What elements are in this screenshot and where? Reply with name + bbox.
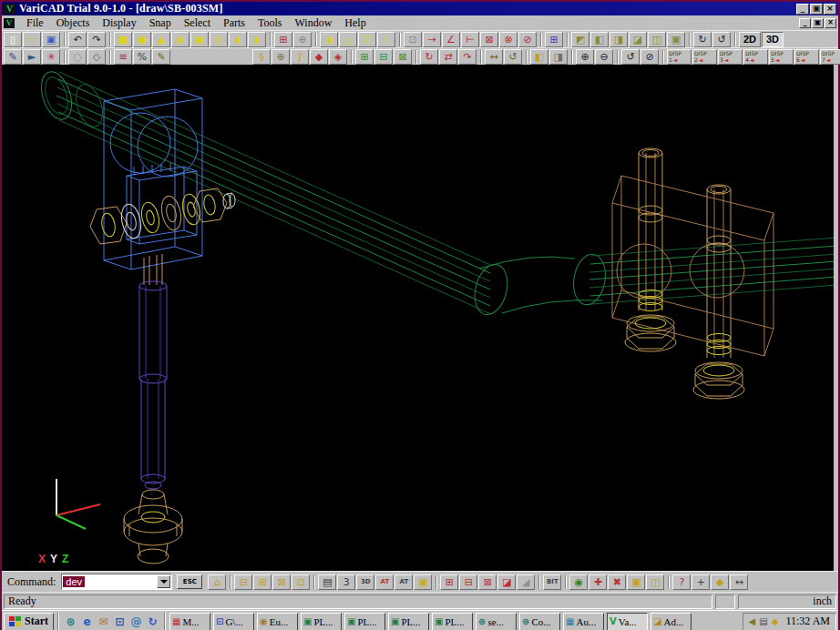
view-back-button[interactable]: ◫ [648,32,666,47]
layer-set-b-button[interactable]: ⊞ [253,574,271,590]
mdi-close-button[interactable]: × [825,18,836,28]
solid-cone-button[interactable]: ▲ [152,32,170,47]
task-button-1[interactable]: ▦ M... [169,613,210,630]
wire-cube-button[interactable]: ◇ [87,49,106,65]
layer-swap-button[interactable]: ◧ [530,49,548,65]
open-folder-button[interactable]: ▱ [23,32,41,47]
plot-3d-button[interactable]: 3D [356,574,374,590]
menu-item[interactable]: File [20,15,50,31]
zoom-window-button[interactable]: ⊘ [640,49,659,65]
mdi-restore-button[interactable]: ▣ [812,18,824,28]
task-button-3[interactable]: ◉ Eu... [257,613,298,630]
thread-spring-button[interactable]: § [252,49,271,65]
pan-view-button[interactable]: ↔ [730,574,748,590]
updates-icon[interactable]: ◆ [772,616,779,626]
speaker-icon[interactable]: ◀ [749,616,756,626]
explorer-icon[interactable]: ⊡ [112,614,128,630]
task-button-6[interactable]: ▣ PL... [388,613,429,630]
view-right-button[interactable]: ◪ [629,32,647,47]
move-objects-button[interactable]: ⊠ [394,49,412,65]
outlook-icon[interactable]: ✉ [96,614,111,630]
task-button-12[interactable]: ◪ Ad... [650,613,691,630]
query-angle-button[interactable]: ∠ [442,32,460,47]
query-volume-button[interactable]: ⊗ [499,32,517,47]
task-button-2[interactable]: ⊡ G\... [213,613,254,630]
esc-button[interactable]: ESC [177,574,202,589]
cut-cone-button[interactable]: △ [339,32,357,47]
assembly-manager-button[interactable]: ⊞ [545,32,563,47]
transform-copy-button[interactable]: ↻ [420,49,438,65]
move-cross-button[interactable]: + [691,574,710,590]
printer-icon[interactable]: ▤ [759,616,767,626]
command-combobox[interactable]: dev [61,574,172,590]
ie-icon[interactable]: e [79,614,95,630]
channels-icon[interactable]: ↻ [145,614,160,630]
tool-red-a-button[interactable]: ✚ [589,574,607,590]
pen-attributes-button[interactable]: ≡ [114,49,132,65]
close-button[interactable]: × [824,4,836,15]
view-axon-button[interactable]: ◩ [571,32,589,47]
screw-bolt-button[interactable]: ʃ [291,49,309,65]
attr-edit-button[interactable]: AT [394,574,413,590]
cut-sphere-button[interactable]: ◑ [320,32,338,47]
view-iso-button[interactable]: ▣ [667,32,685,47]
tool-yellow-b-button[interactable]: ◫ [646,574,664,590]
disp-button[interactable]: DISP 6◄ [794,49,819,65]
disp-button[interactable]: DISP 1◄ [667,49,691,65]
copy-objects-button[interactable]: ⊞ [355,49,374,65]
solid-cylinder-button[interactable]: ● [133,32,151,47]
solid-sphere-button[interactable]: ◉ [171,32,190,47]
zoom-previous-button[interactable]: ↺ [621,49,640,65]
module-c-button[interactable]: ⊠ [478,574,497,590]
insert-part-button[interactable]: ⊞ [274,32,292,47]
menu-item[interactable]: Snap [143,15,178,31]
solid-fillet-button[interactable]: ◖ [229,32,247,47]
erase-last-button[interactable]: ◢ [517,574,535,590]
menu-item[interactable]: Help [338,15,372,31]
link-objects-button[interactable]: ⊟ [374,49,393,65]
query-surface-button[interactable]: ⊘ [518,32,537,47]
print-3-button[interactable]: 3 [337,574,355,590]
tool-red-b-button[interactable]: ✖ [608,574,626,590]
disp-button[interactable]: DISP 2◄ [692,49,717,65]
redo-button[interactable]: ↷ [87,32,106,47]
solid-box-button[interactable]: ■ [114,32,132,47]
view-angle-button[interactable]: ↺ [712,32,731,47]
zoom-out-button[interactable]: ⊖ [595,49,613,65]
desktop-icon[interactable]: ⊛ [63,614,78,630]
insert-bolt-button[interactable]: ⊕ [293,32,312,47]
start-button[interactable]: Start [4,613,54,630]
chevron-down-icon[interactable] [157,575,170,588]
module-d-button[interactable]: ◪ [497,574,516,590]
new-file-button[interactable]: ▯ [4,32,22,47]
block-library-button[interactable]: ▣ [414,574,432,590]
scale-percent-button[interactable]: % [133,49,151,65]
device-select-button[interactable]: ⌂ [208,574,226,590]
explode-set-button[interactable]: ✳ [42,49,60,65]
extrude-z-button[interactable]: Z [358,32,376,47]
view-front-button[interactable]: ◧ [590,32,609,47]
view-3d-button[interactable]: 3D [762,32,784,47]
object-swap-button[interactable]: ◨ [549,49,568,65]
mdi-minimize-button[interactable]: _ [799,18,811,28]
task-button-varicad[interactable]: V Va... [607,613,648,630]
print-button[interactable]: ▤ [318,574,336,590]
rotate-origin-button[interactable]: ↺ [504,49,522,65]
menu-item[interactable]: Window [289,15,339,31]
task-button-10[interactable]: ▦ Au... [563,613,604,630]
rotate-view-button[interactable]: ↻ [693,32,712,47]
module-b-button[interactable]: ⊟ [459,574,477,590]
select-region-button[interactable]: ◌ [68,49,87,65]
disp-button[interactable]: DISP 5◄ [769,49,794,65]
disp-button[interactable]: DISP 4◄ [743,49,768,65]
query-distance-button[interactable]: ⇢ [423,32,441,47]
menu-item[interactable]: Select [178,15,217,31]
zoom-in-button[interactable]: ⊕ [576,49,594,65]
attr-copy-button[interactable]: AT [375,574,394,590]
layer-set-c-button[interactable]: ⊠ [272,574,291,590]
edit-entity-button[interactable]: ✎ [4,49,22,65]
task-button-5[interactable]: ▣ PL... [344,613,385,630]
insert-mark-button[interactable]: ◆ [711,574,729,590]
task-button-4[interactable]: ▣ PL... [301,613,342,630]
chamfer-box2-button[interactable]: ◈ [329,49,347,65]
